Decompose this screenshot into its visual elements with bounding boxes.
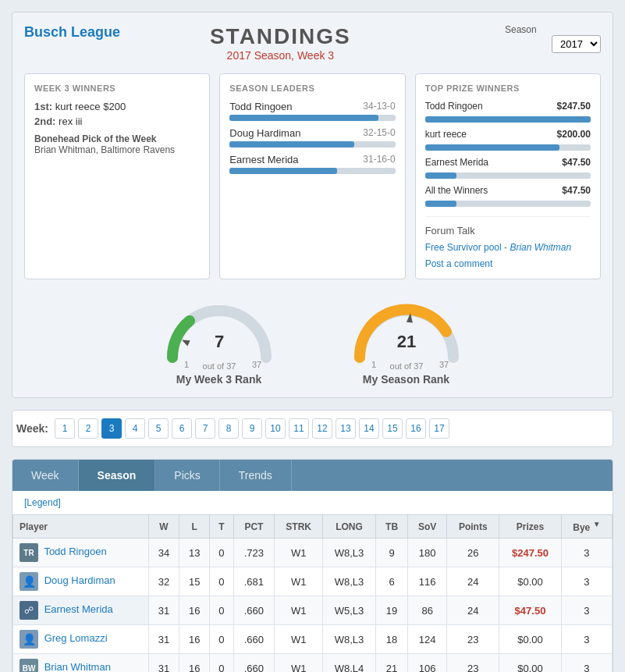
long-cell: W5,L3: [323, 596, 376, 625]
losses-cell: 13: [179, 539, 210, 567]
strk-cell: W1: [275, 539, 323, 567]
points-cell: 23: [447, 625, 499, 654]
week-btn-6[interactable]: 6: [172, 418, 192, 439]
tab-picks[interactable]: Picks: [155, 460, 219, 491]
pct-cell: .660: [233, 625, 275, 654]
prize-entry: kurt reece $200.00: [425, 129, 591, 151]
leader-name: Todd Ringoen: [229, 101, 292, 112]
strk-cell: W1: [275, 567, 323, 596]
week-btn-15[interactable]: 15: [382, 418, 403, 439]
player-name-link[interactable]: Brian Whitman: [44, 661, 111, 672]
week-btn-14[interactable]: 14: [359, 418, 379, 439]
forum-link[interactable]: Free Survivor pool - Brian Whitman: [425, 242, 571, 253]
leader-bar-fill: [229, 168, 337, 174]
player-name-link[interactable]: Greg Lomazzi: [44, 632, 108, 644]
sov-cell: 86: [408, 596, 447, 625]
strk-cell: W1: [275, 654, 323, 673]
week-btn-2[interactable]: 2: [78, 418, 98, 439]
prize-row: kurt reece $200.00: [425, 129, 591, 140]
strk-cell: W1: [275, 625, 323, 654]
forum-author: Brian Whitman: [510, 242, 571, 253]
prize-entry: Todd Ringoen $247.50: [425, 101, 591, 123]
week-btn-9[interactable]: 9: [242, 418, 262, 439]
standings-header: Busch League STANDINGS 2017 Season, Week…: [24, 24, 601, 62]
week-btn-17[interactable]: 17: [429, 418, 449, 439]
week-btn-8[interactable]: 8: [218, 418, 239, 439]
prizes-cell: $47.50: [499, 596, 562, 625]
table-section: Week Season Picks Trends [Legend] Player…: [12, 459, 613, 672]
week-btn-4[interactable]: 4: [125, 418, 145, 439]
tab-season[interactable]: Season: [79, 460, 156, 491]
week-btn-1[interactable]: 1: [55, 418, 75, 439]
leader-row: Doug Hardiman 32-15-0: [229, 127, 395, 148]
pct-cell: .660: [233, 654, 275, 673]
week-btn-13[interactable]: 13: [336, 418, 356, 439]
top-prize-winners-box: TOP PRIZE WINNERS Todd Ringoen $247.50 k…: [415, 73, 601, 279]
player-cell: 👤 Greg Lomazzi: [13, 625, 149, 654]
leader-record: 31-16-0: [363, 154, 395, 165]
season-selector: Season 2017 2016 2015: [441, 24, 601, 53]
forum-section: Forum Talk Free Survivor pool - Brian Wh…: [425, 216, 591, 269]
player-cell: ☍ Earnest Merida: [13, 596, 149, 625]
tb-cell: 21: [376, 654, 408, 673]
ties-cell: 0: [210, 539, 233, 567]
season-leaders-title: SEASON LEADERS: [229, 84, 395, 93]
week-btn-5[interactable]: 5: [148, 418, 169, 439]
svg-text:1: 1: [371, 360, 375, 369]
col-tb: TB: [376, 515, 408, 539]
forum-talk-title: Forum Talk: [425, 225, 591, 236]
prize-row: All the Winners $47.50: [425, 185, 591, 196]
week-label: Week:: [16, 422, 48, 435]
points-cell: 24: [447, 567, 499, 596]
main-container: Busch League STANDINGS 2017 Season, Week…: [0, 0, 625, 672]
player-cell: BW Brian Whitman: [13, 654, 149, 673]
player-cell: TR Todd Ringoen: [13, 539, 149, 567]
avatar: TR: [20, 543, 38, 562]
weeks-row: Week: 1234567891011121314151617: [12, 410, 613, 447]
season-select[interactable]: 2017 2016 2015: [552, 35, 601, 53]
svg-text:21: 21: [396, 332, 415, 351]
bye-cell: 3: [561, 596, 612, 625]
leader-name: Doug Hardiman: [229, 127, 300, 139]
week-btn-11[interactable]: 11: [289, 418, 309, 439]
tab-trends[interactable]: Trends: [220, 460, 292, 491]
week-btn-3[interactable]: 3: [101, 418, 122, 439]
avatar: ☍: [20, 601, 38, 620]
season-gauge: 21 1 out of 37 37 My Season Rank: [344, 291, 469, 386]
tab-week[interactable]: Week: [12, 460, 79, 491]
col-prizes: Prizes: [499, 515, 562, 539]
post-comment-row: Post a comment: [425, 258, 591, 269]
col-player: Player: [13, 515, 149, 539]
week-btn-16[interactable]: 16: [406, 418, 426, 439]
table-body: TR Todd Ringoen 34 13 0 .723 W1 W8,L3 9 …: [13, 539, 613, 673]
leader-record: 32-15-0: [363, 127, 395, 138]
player-name-link[interactable]: Earnest Merida: [44, 603, 113, 615]
season-gauge-svg: 21 1 out of 37 37: [344, 291, 469, 369]
standings-card: Busch League STANDINGS 2017 Season, Week…: [12, 12, 613, 398]
prize-name: Earnest Merida: [425, 157, 488, 168]
losses-cell: 15: [179, 567, 210, 596]
col-bye: Bye ▼: [561, 515, 612, 539]
player-name-link[interactable]: Doug Hardiman: [44, 574, 115, 586]
week-gauge-title: My Week 3 Rank: [157, 373, 282, 386]
prize-bar-fill: [425, 144, 559, 151]
week-btn-10[interactable]: 10: [265, 418, 286, 439]
week-btn-12[interactable]: 12: [312, 418, 332, 439]
bye-cell: 3: [561, 567, 612, 596]
avatar: 👤: [20, 630, 38, 649]
ties-cell: 0: [210, 567, 233, 596]
leader-bar-bg: [229, 115, 395, 121]
table-row: TR Todd Ringoen 34 13 0 .723 W1 W8,L3 9 …: [13, 539, 613, 567]
second-rank: 2nd:: [34, 116, 55, 127]
legend-link[interactable]: [Legend]: [12, 491, 613, 514]
pct-cell: .660: [233, 596, 275, 625]
table-row: 👤 Greg Lomazzi 31 16 0 .660 W1 W8,L3 18 …: [13, 625, 613, 654]
col-pct: PCT: [233, 515, 275, 539]
week-btn-7[interactable]: 7: [195, 418, 215, 439]
avatar: BW: [20, 659, 38, 672]
tb-cell: 18: [376, 625, 408, 654]
player-cell: 👤 Doug Hardiman: [13, 567, 149, 596]
sov-cell: 124: [408, 625, 447, 654]
player-name-link[interactable]: Todd Ringoen: [44, 546, 106, 557]
post-comment-link[interactable]: Post a comment: [425, 258, 493, 269]
